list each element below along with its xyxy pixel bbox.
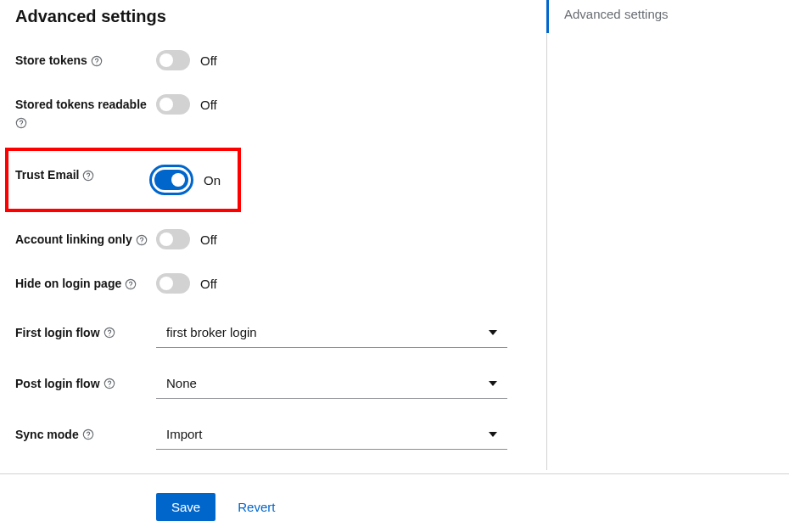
toggle-account-linking-only[interactable]	[156, 229, 190, 249]
save-button[interactable]: Save	[156, 493, 215, 521]
svg-point-1	[96, 63, 97, 64]
help-icon[interactable]	[15, 117, 27, 129]
svg-point-5	[88, 177, 89, 178]
help-icon[interactable]	[136, 234, 148, 246]
select-sync-mode[interactable]: Import	[156, 419, 507, 450]
toggle-trust-email[interactable]	[154, 170, 188, 190]
svg-point-9	[131, 286, 132, 287]
help-icon[interactable]	[82, 170, 94, 182]
caret-down-icon	[489, 432, 497, 437]
caret-down-icon	[489, 330, 497, 335]
side-nav: Advanced settings	[546, 0, 788, 470]
highlight-trust-email: Trust Email On	[5, 148, 241, 212]
row-first-login-flow: First login flow first broker login	[15, 317, 546, 348]
label-account-linking-only: Account linking only	[15, 229, 156, 249]
help-icon[interactable]	[91, 55, 103, 67]
caret-down-icon	[489, 381, 497, 386]
toggle-stored-tokens-readable[interactable]	[156, 94, 190, 115]
help-icon[interactable]	[125, 278, 137, 290]
toggle-state-hide-on-login-page: Off	[200, 277, 217, 291]
revert-button[interactable]: Revert	[234, 493, 278, 521]
form-footer: Save Revert	[0, 473, 789, 521]
label-first-login-flow: First login flow	[15, 324, 156, 342]
row-post-login-flow: Post login flow None	[15, 368, 546, 399]
row-store-tokens: Store tokens Off	[15, 50, 546, 70]
row-stored-tokens-readable: Stored tokens readable Off	[15, 94, 546, 129]
section-title: Advanced settings	[15, 7, 546, 26]
label-sync-mode: Sync mode	[15, 426, 156, 444]
label-store-tokens: Store tokens	[15, 50, 156, 70]
toggle-state-account-linking-only: Off	[200, 232, 217, 247]
label-trust-email: Trust Email	[15, 165, 149, 184]
settings-form: Advanced settings Store tokens Off Store…	[0, 0, 546, 470]
toggle-state-store-tokens: Off	[200, 53, 217, 68]
row-sync-mode: Sync mode Import	[15, 419, 546, 450]
row-trust-email: Trust Email On	[15, 165, 232, 195]
row-hide-on-login-page: Hide on login page Off	[15, 273, 546, 294]
svg-point-13	[109, 386, 109, 387]
svg-point-11	[109, 335, 109, 336]
toggle-store-tokens[interactable]	[156, 50, 190, 70]
select-post-login-flow[interactable]: None	[156, 368, 507, 399]
help-icon[interactable]	[104, 378, 115, 389]
label-post-login-flow: Post login flow	[15, 375, 156, 393]
svg-point-3	[20, 126, 21, 126]
side-nav-item-advanced-settings[interactable]: Advanced settings	[546, 0, 788, 33]
row-account-linking-only: Account linking only Off	[15, 229, 546, 249]
select-value: first broker login	[166, 325, 257, 339]
label-stored-tokens-readable: Stored tokens readable	[15, 94, 156, 129]
toggle-focus-ring	[149, 165, 193, 195]
select-first-login-flow[interactable]: first broker login	[156, 317, 507, 348]
help-icon[interactable]	[104, 327, 115, 339]
label-hide-on-login-page: Hide on login page	[15, 273, 156, 293]
select-value: Import	[166, 427, 203, 441]
svg-point-7	[141, 242, 142, 243]
select-value: None	[166, 376, 197, 390]
svg-point-15	[87, 437, 88, 438]
toggle-state-trust-email: On	[204, 173, 221, 188]
toggle-hide-on-login-page[interactable]	[156, 273, 190, 294]
toggle-state-stored-tokens-readable: Off	[200, 98, 217, 112]
help-icon[interactable]	[82, 428, 94, 440]
